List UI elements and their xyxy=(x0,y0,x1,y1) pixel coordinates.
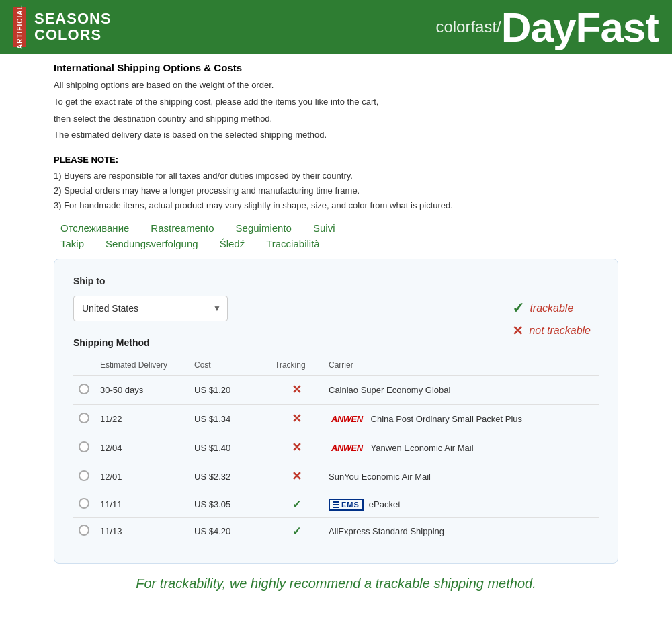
carrier-cell: SunYou Economic Air Mail xyxy=(323,462,599,491)
carrier-name: AliExpress Standard Shipping xyxy=(329,526,444,536)
cost-cell: US $2.32 xyxy=(189,462,269,491)
header: ARTIFICIAL SEASONS COLORS colorfast/ Day… xyxy=(0,0,672,54)
carrier-cell: AliExpress Standard Shipping xyxy=(323,518,599,545)
note-item-2: 2) Special orders may have a longer proc… xyxy=(54,183,618,198)
carrier-content: Cainiao Super Economy Global xyxy=(329,385,593,395)
main-content: International Shipping Options & Costs A… xyxy=(0,54,672,613)
tracking-cell: ✓ xyxy=(269,491,323,518)
radio-cell[interactable] xyxy=(73,462,95,491)
radio-button[interactable] xyxy=(79,384,89,394)
delivery-cell: 11/22 xyxy=(95,405,189,433)
country-select-wrapper[interactable]: United States Canada United Kingdom Aust… xyxy=(73,296,228,321)
carrier-name: ePacket xyxy=(369,499,401,509)
delivery-cell: 11/13 xyxy=(95,518,189,545)
table-row[interactable]: 11/11US $3.05✓EMSePacket xyxy=(73,491,599,518)
note-item-3: 3) For handmade items, actual product ma… xyxy=(54,198,618,213)
yanwen-logo: ANWEN xyxy=(329,442,366,454)
shipping-box: ✓ trackable ✕ not trackable Ship to Unit… xyxy=(54,259,618,564)
radio-cell[interactable] xyxy=(73,491,95,518)
radio-button[interactable] xyxy=(79,441,89,452)
table-row[interactable]: 11/22US $1.34✕ANWENChina Post Ordinary S… xyxy=(73,405,599,433)
th-carrier: Carrier xyxy=(323,357,599,376)
tracking-link-german[interactable]: Sendungsverfolgung xyxy=(106,238,198,249)
tracking-x-icon: ✕ xyxy=(292,412,302,425)
intro-text-3: then select the destination country and … xyxy=(54,112,618,126)
cost-cell: US $1.40 xyxy=(189,433,269,462)
tracking-link-spanish[interactable]: Seguimiento xyxy=(236,222,292,234)
delivery-cell: 12/01 xyxy=(95,462,189,491)
tracking-row-1: Отслеживание Rastreamento Seguimiento Su… xyxy=(60,222,618,234)
th-estimated-delivery: Estimated Delivery xyxy=(95,357,189,376)
table-row[interactable]: 12/01US $2.32✕SunYou Economic Air Mail xyxy=(73,462,599,491)
delivery-cell: 11/11 xyxy=(95,491,189,518)
radio-button[interactable] xyxy=(79,470,89,481)
tracking-x-icon: ✕ xyxy=(292,383,302,396)
tracking-check-icon: ✓ xyxy=(292,525,301,537)
cost-cell: US $1.20 xyxy=(189,376,269,405)
radio-button[interactable] xyxy=(79,525,89,536)
carrier-content: SunYou Economic Air Mail xyxy=(329,472,593,482)
legend-trackable: ✓ trackable xyxy=(512,300,591,317)
tracking-x-icon: ✕ xyxy=(292,441,302,454)
tracking-link-portuguese[interactable]: Rastreamento xyxy=(151,222,214,234)
legend-not-trackable-label: not trackable xyxy=(529,325,591,337)
page-title: International Shipping Options & Costs xyxy=(54,62,618,73)
carrier-content: ANWENYanwen Economic Air Mail xyxy=(329,442,593,454)
tracking-link-french[interactable]: Suivi xyxy=(313,222,335,234)
th-tracking: Tracking xyxy=(269,357,323,376)
cost-cell: US $1.34 xyxy=(189,405,269,433)
legend-x-icon: ✕ xyxy=(512,323,523,339)
tracking-link-italian[interactable]: Tracciabilità xyxy=(266,238,319,249)
tracking-cell: ✓ xyxy=(269,518,323,545)
carrier-name: SunYou Economic Air Mail xyxy=(329,472,431,482)
tracking-cell: ✕ xyxy=(269,433,323,462)
delivery-cell: 12/04 xyxy=(95,433,189,462)
radio-button[interactable] xyxy=(79,413,89,423)
tracking-cell: ✕ xyxy=(269,405,323,433)
legend-check-icon: ✓ xyxy=(512,300,524,317)
th-radio xyxy=(73,357,95,376)
table-row[interactable]: 11/13US $4.20✓AliExpress Standard Shippi… xyxy=(73,518,599,545)
ems-logo: EMS xyxy=(329,499,364,511)
recommendation-text: For trackability, we highly recommend a … xyxy=(54,576,618,591)
tracking-link-russian[interactable]: Отслеживание xyxy=(60,222,129,234)
carrier-name: Cainiao Super Economy Global xyxy=(329,385,450,395)
radio-cell[interactable] xyxy=(73,433,95,462)
carrier-content: ANWENChina Post Ordinary Small Packet Pl… xyxy=(329,413,593,425)
cost-cell: US $3.05 xyxy=(189,491,269,518)
tracking-check-icon: ✓ xyxy=(292,499,301,510)
intro-text-1: All shipping options are based on the we… xyxy=(54,79,618,93)
carrier-name: China Post Ordinary Small Packet Plus xyxy=(371,414,522,424)
radio-cell[interactable] xyxy=(73,518,95,545)
shipping-method-title: Shipping Method xyxy=(73,337,599,348)
note-section: PLEASE NOTE: 1) Buyers are responsible f… xyxy=(54,155,618,213)
shipping-table: Estimated Delivery Cost Tracking Carrier… xyxy=(73,357,599,544)
legend-trackable-label: trackable xyxy=(530,302,573,314)
delivery-cell: 30-50 days xyxy=(95,376,189,405)
radio-button[interactable] xyxy=(79,498,89,509)
cost-cell: US $4.20 xyxy=(189,518,269,545)
dayfast-text: DayFast xyxy=(501,3,659,51)
tracking-link-polish[interactable]: Śledź xyxy=(220,238,245,249)
intro-text-4: The estimated delivery date is based on … xyxy=(54,128,618,142)
brand-name: SEASONS COLORS xyxy=(34,11,112,43)
table-row[interactable]: 12/04US $1.40✕ANWENYanwen Economic Air M… xyxy=(73,433,599,462)
table-row[interactable]: 30-50 daysUS $1.20✕Cainiao Super Economy… xyxy=(73,376,599,405)
yanwen-logo: ANWEN xyxy=(329,413,366,425)
tracking-x-icon: ✕ xyxy=(292,470,302,483)
country-select[interactable]: United States Canada United Kingdom Aust… xyxy=(73,296,228,321)
ship-to-label: Ship to xyxy=(73,275,599,286)
note-item-1: 1) Buyers are responsible for all taxes … xyxy=(54,169,618,183)
carrier-cell: ANWENChina Post Ordinary Small Packet Pl… xyxy=(323,405,599,433)
radio-cell[interactable] xyxy=(73,405,95,433)
tracking-links: Отслеживание Rastreamento Seguimiento Su… xyxy=(54,222,618,249)
tracking-cell: ✕ xyxy=(269,376,323,405)
tracking-link-turkish[interactable]: Takip xyxy=(60,238,84,249)
radio-cell[interactable] xyxy=(73,376,95,405)
intro-text-2: To get the exact rate of the shipping co… xyxy=(54,95,618,110)
artificial-label: ARTIFICIAL xyxy=(13,7,26,47)
header-left: ARTIFICIAL SEASONS COLORS xyxy=(13,7,112,47)
header-right: colorfast/ DayFast xyxy=(435,3,659,51)
carrier-cell: Cainiao Super Economy Global xyxy=(323,376,599,405)
tracking-row-2: Takip Sendungsverfolgung Śledź Tracciabi… xyxy=(60,238,618,249)
